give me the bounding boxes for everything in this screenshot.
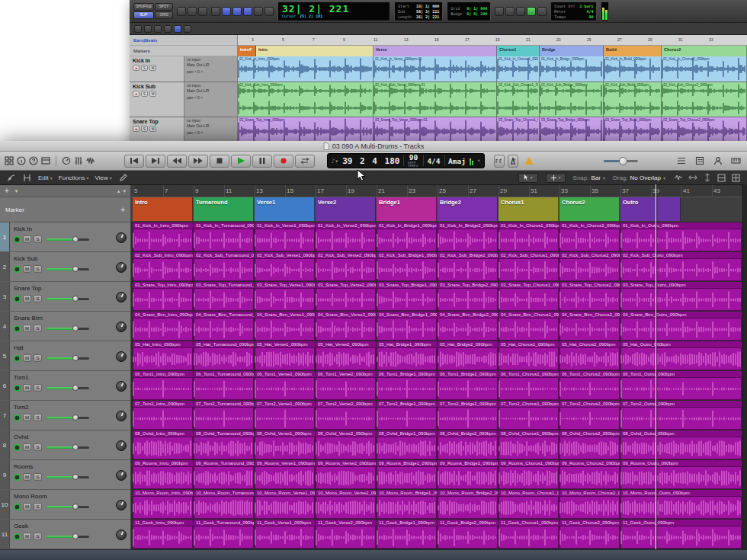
slider-thumb[interactable] <box>72 355 79 361</box>
pt-stop-icon[interactable] <box>516 7 525 16</box>
region[interactable]: 08_Ovhd_Turnaround_090bpm <box>194 430 254 459</box>
pt-region[interactable]: 02_Kick_Sub_Intro_090bpm <box>238 82 374 117</box>
zoom-in-icon[interactable] <box>188 7 197 16</box>
region[interactable]: 04_Snare_Btm_Intro_090bpm <box>133 312 193 341</box>
slider-thumb[interactable] <box>72 385 79 391</box>
region[interactable]: 03_Snare_Top_Verse1_090bpm <box>255 282 315 311</box>
slider-thumb[interactable] <box>72 504 79 510</box>
region[interactable]: 11_Geek_Bridge1_090bpm <box>377 520 437 549</box>
region[interactable]: 11_Geek_Turnaround_090bpm <box>194 520 254 549</box>
region[interactable]: 06_Tom1_Chorus1_090bpm <box>499 371 559 400</box>
track-header-mono-room[interactable]: 10Mono RoomMS <box>0 490 130 520</box>
section-chorus2[interactable]: Chorus2 <box>559 197 620 221</box>
region[interactable]: 05_Hat_Verse2_090bpm <box>316 341 376 370</box>
input-monitor-button[interactable] <box>14 533 21 540</box>
region[interactable]: 10_Mono_Room_Intro_090bpm <box>133 490 193 519</box>
library-icon[interactable] <box>5 155 14 168</box>
volume-thumb[interactable] <box>619 157 627 165</box>
region[interactable]: 11_Geek_Outro_090bpm <box>620 520 742 549</box>
region[interactable]: 08_Ovhd_Intro_090bpm <box>133 430 193 459</box>
pt-grid-nudge[interactable]: Grid0| 1| 000 Nudge0| 0| 240 <box>447 2 491 21</box>
region[interactable]: 06_Tom1_Outro_090bpm <box>620 371 742 400</box>
region[interactable]: 01_Kick_In_Bridge1_090bpm <box>377 222 437 251</box>
slider-thumb[interactable] <box>72 444 79 450</box>
metronome-button[interactable] <box>508 155 518 168</box>
quick-help-icon[interactable] <box>29 155 38 168</box>
input-monitor-button[interactable] <box>14 296 21 302</box>
region[interactable]: 07_Tom2_Intro_090bpm <box>133 401 193 430</box>
region[interactable]: 02_Kick_Sub_Bridge2_090bpm <box>438 252 498 281</box>
region[interactable]: 04_Snare_Btm_Verse1_090bpm <box>255 312 315 341</box>
playhead[interactable] <box>656 184 656 549</box>
pan-knob[interactable] <box>116 500 127 510</box>
master-volume-slider[interactable] <box>604 160 638 162</box>
pt-region[interactable]: 02_Kick_Sub_Bridge_090bpm <box>540 82 604 117</box>
region[interactable]: 11_Geek_Chorus2_090bpm <box>559 520 620 549</box>
editors-icon[interactable] <box>86 155 95 168</box>
logic-titlebar[interactable]: 03 090 A Multi-Drums - Tracks <box>0 141 747 152</box>
sort-down-icon[interactable]: ▾ <box>123 188 126 194</box>
region[interactable]: 04_Snare_Btm_Turnaround_090bpm <box>194 312 254 341</box>
pt-solo-button[interactable]: S <box>141 126 148 132</box>
pt-bars-ruler[interactable]: 3579111315171921232527293133 <box>238 35 747 46</box>
mute-button[interactable]: M <box>23 414 31 421</box>
region[interactable]: 02_Kick_Sub_Turnaround_090bpm <box>194 252 254 281</box>
region[interactable]: 09_Rooms_Chorus2_090bpm <box>559 460 620 489</box>
pt-marker-introf[interactable]: IntroF <box>238 46 256 56</box>
trim-tool-icon[interactable] <box>222 7 231 16</box>
region[interactable]: 06_Tom1_Bridge2_090bpm <box>438 371 498 400</box>
volume-slider[interactable] <box>46 296 89 302</box>
pan-knob[interactable] <box>116 530 127 540</box>
region[interactable]: 06_Tom1_Chorus2_090bpm <box>559 371 620 400</box>
pt-tab-transient-icon[interactable] <box>164 25 172 33</box>
pt-region[interactable]: 01_Kick_In_Bridge_090bpm <box>540 56 604 82</box>
pt-record-enable-button[interactable]: ● <box>133 126 139 132</box>
slider-thumb[interactable] <box>72 266 79 272</box>
region[interactable]: 09_Rooms_Turnaround_090bpm <box>194 460 254 489</box>
shuffle-mode-button[interactable]: SHUFFLE <box>133 3 154 11</box>
region[interactable]: 05_Hat_Bridge1_090bpm <box>377 341 437 370</box>
region[interactable]: 03_Snare_Top_Chorus2_090bpm <box>559 282 620 311</box>
pt-forward-icon[interactable] <box>505 7 515 16</box>
region[interactable]: 07_Tom2_Chorus1_090bpm <box>499 401 559 430</box>
pt-region[interactable]: 01_Kick_In_Build_090bpm <box>604 56 662 82</box>
region[interactable]: 06_Tom1_Verse2_090bpm <box>316 371 376 400</box>
region[interactable]: 04_Snare_Btm_Bridge2_090bpm <box>438 312 498 341</box>
pt-mute-button[interactable]: M <box>149 126 156 132</box>
region[interactable]: 04_Snare_Btm_Outro_090bpm <box>620 312 742 341</box>
toolbar-toggle-icon[interactable] <box>41 155 50 168</box>
pt-marker-chorus2[interactable]: Chorus2 <box>662 46 747 56</box>
region[interactable]: 01_Kick_In_Verse1_090bpm <box>255 222 315 251</box>
mute-button[interactable]: M <box>23 295 31 302</box>
pt-region[interactable]: 01_Kick_In_Verse_090bpm-01 <box>374 56 497 82</box>
region[interactable]: 07_Tom2_Chorus2_090bpm <box>559 401 620 430</box>
pt-io-panel[interactable]: no inputMain Out L/Rvol -4.6pan > 0 < <box>184 56 237 82</box>
region[interactable]: 10_Mono_Room_Outro_090bpm <box>620 490 742 519</box>
region[interactable]: 02_Kick_Sub_Outro_090bpm <box>620 252 742 281</box>
region[interactable]: 10_Mono_Room_Verse2_090bpm <box>316 490 376 519</box>
region[interactable]: 10_Mono_Room_Chorus1_090bpm <box>499 490 559 519</box>
key-signature[interactable]: Amaj <box>448 157 466 165</box>
track-header-kick-sub[interactable]: 2Kick SubMS <box>0 252 130 282</box>
mute-button[interactable]: M <box>23 235 31 243</box>
selector-tool-icon[interactable] <box>232 7 242 16</box>
slider-thumb[interactable] <box>72 296 79 302</box>
region[interactable]: 09_Rooms_Verse2_090bpm <box>316 460 376 489</box>
region[interactable]: 04_Snare_Btm_Chorus2_090bpm <box>559 312 620 341</box>
pause-button[interactable] <box>252 155 272 168</box>
solo-button[interactable]: S <box>34 354 42 362</box>
pan-knob[interactable] <box>116 381 127 392</box>
pan-knob[interactable] <box>116 470 127 481</box>
region[interactable]: 01_Kick_In_Verse2_090bpm <box>316 222 376 251</box>
pt-marker-intro[interactable]: Intro <box>256 46 374 56</box>
region[interactable]: 11_Geek_Chorus1_090bpm <box>499 520 559 549</box>
track-header-geek[interactable]: 11GeekMS <box>0 520 130 549</box>
volume-slider[interactable] <box>46 266 89 272</box>
rewind-button[interactable] <box>167 155 187 168</box>
slip-mode-button[interactable]: SLIP <box>133 11 154 19</box>
solo-button[interactable]: S <box>34 414 42 421</box>
pt-main-counter[interactable]: 32| 2| 221 Cursor 25| 2| 101 <box>277 2 390 21</box>
input-monitor-button[interactable] <box>14 325 21 332</box>
pencil-icon[interactable] <box>118 173 128 183</box>
region[interactable]: 07_Tom2_Outro_090bpm <box>620 401 742 430</box>
